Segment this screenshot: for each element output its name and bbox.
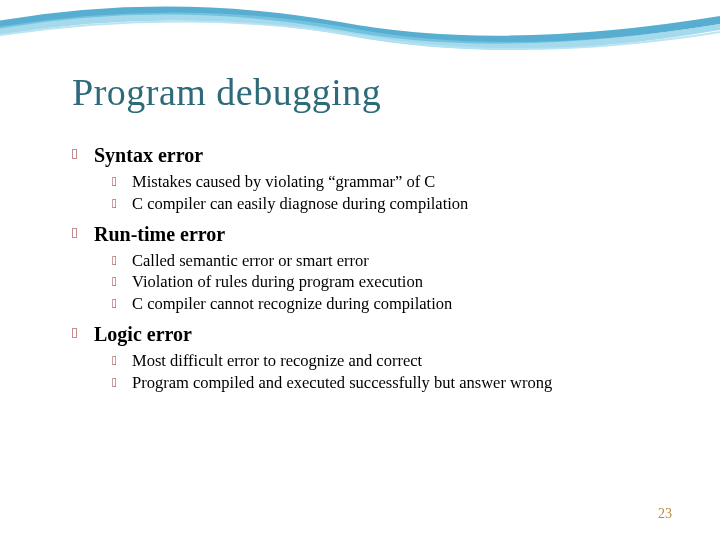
section-heading: Logic error	[72, 321, 656, 348]
section-heading: Run-time error	[72, 221, 656, 248]
section-syntax-error: Syntax error Mistakes caused by violatin…	[72, 142, 656, 215]
section-heading: Syntax error	[72, 142, 656, 169]
bullet-list: Syntax error Mistakes caused by violatin…	[72, 142, 656, 393]
page-number: 23	[658, 506, 672, 522]
section-run-time-error: Run-time error Called semantic error or …	[72, 221, 656, 315]
list-item: C compiler can easily diagnose during co…	[112, 193, 656, 215]
list-item: Violation of rules during program execut…	[112, 271, 656, 293]
slide-content: Program debugging Syntax error Mistakes …	[0, 0, 720, 439]
list-item: Called semantic error or smart error	[112, 250, 656, 272]
list-item: C compiler cannot recognize during compi…	[112, 293, 656, 315]
slide-title: Program debugging	[72, 70, 656, 114]
section-logic-error: Logic error Most difficult error to reco…	[72, 321, 656, 394]
sub-list: Most difficult error to recognize and co…	[112, 350, 656, 394]
list-item: Most difficult error to recognize and co…	[112, 350, 656, 372]
list-item: Program compiled and executed successful…	[112, 372, 656, 394]
list-item: Mistakes caused by violating “grammar” o…	[112, 171, 656, 193]
sub-list: Called semantic error or smart error Vio…	[112, 250, 656, 315]
sub-list: Mistakes caused by violating “grammar” o…	[112, 171, 656, 215]
